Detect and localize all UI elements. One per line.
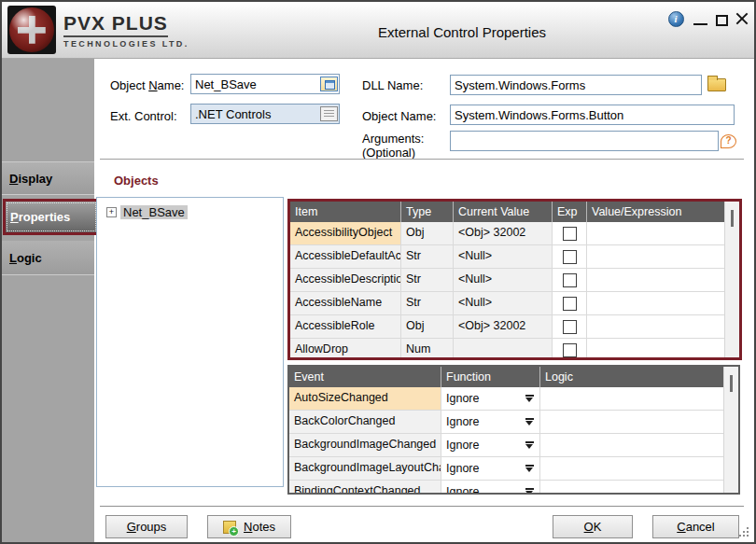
dropdown-arrow-icon (525, 488, 534, 495)
property-type-cell: Obj (400, 222, 453, 244)
property-item-cell[interactable]: AccessibleName (290, 292, 400, 314)
maximize-button[interactable] (712, 9, 731, 28)
event-name-cell[interactable]: BindingContextChanged (289, 481, 441, 495)
object-name2-input[interactable] (450, 105, 735, 125)
properties-scrollbar-thumb[interactable] (731, 210, 734, 227)
dropdown-arrow-icon (525, 465, 534, 472)
property-item-cell[interactable]: AccessibilityObject (290, 222, 400, 244)
property-value-expression-cell[interactable] (586, 269, 725, 291)
property-exp-cell (552, 315, 586, 338)
exp-checkbox[interactable] (563, 343, 577, 357)
sidebar-item-label: Logic (9, 251, 42, 265)
exp-checkbox[interactable] (563, 297, 577, 311)
notes-button[interactable]: Notes (207, 515, 291, 538)
groups-button-label: Groups (127, 520, 167, 534)
column-header-exp[interactable]: Exp (552, 202, 586, 222)
footer-separator (100, 506, 744, 507)
sidebar: Display Properties Logic (2, 59, 94, 542)
groups-button[interactable]: Groups (105, 515, 188, 538)
column-header-function[interactable]: Function (441, 367, 539, 387)
property-value-expression-cell[interactable] (586, 222, 725, 244)
exp-checkbox[interactable] (563, 320, 577, 334)
ext-control-input[interactable] (190, 104, 340, 124)
arguments-help-icon[interactable]: ? (721, 134, 736, 148)
sidebar-item-label: Display (9, 172, 52, 186)
object-name-input[interactable] (190, 74, 340, 94)
event-name-cell[interactable]: BackgroundImageChanged (289, 434, 441, 456)
exp-checkbox[interactable] (563, 273, 577, 287)
event-function-dropdown[interactable]: Ignore (441, 481, 539, 495)
dropdown-arrow-icon (525, 441, 534, 449)
logo-text: PVX PLUS TECHNOLOGIES LTD. (63, 12, 189, 49)
property-current-value-cell: <Obj> 32002 (453, 315, 552, 338)
globe-icon (9, 7, 54, 52)
event-function-dropdown[interactable]: Ignore (441, 434, 539, 456)
exp-checkbox[interactable] (563, 227, 577, 241)
property-exp-cell (552, 292, 586, 314)
column-header-value-expression[interactable]: Value/Expression (586, 202, 725, 222)
property-row: AccessibleDescription Str <Null> (290, 269, 725, 292)
info-button[interactable]: i (666, 9, 685, 28)
property-item-cell[interactable]: AccessibleRole (290, 315, 400, 338)
events-scrollbar[interactable] (723, 367, 738, 493)
event-logic-cell[interactable] (539, 434, 724, 456)
column-header-event[interactable]: Event (289, 367, 441, 387)
column-header-item[interactable]: Item (290, 202, 400, 222)
dll-folder-icon[interactable] (707, 78, 726, 91)
events-scrollbar-thumb[interactable] (730, 375, 733, 392)
event-function-dropdown[interactable]: Ignore (441, 411, 539, 433)
ext-control-list-icon[interactable] (320, 106, 338, 121)
info-icon: i (668, 11, 684, 27)
note-icon (223, 521, 236, 534)
sidebar-item-display[interactable]: Display (2, 162, 94, 194)
maximize-icon (716, 15, 728, 26)
event-name-cell[interactable]: BackgroundImageLayoutChang (289, 457, 441, 480)
arguments-label: Arguments: (362, 132, 424, 146)
property-value-expression-cell[interactable] (586, 315, 725, 338)
ext-control-label: Ext. Control: (110, 109, 177, 123)
column-header-type[interactable]: Type (400, 202, 453, 222)
close-button[interactable] (733, 9, 751, 28)
event-logic-cell[interactable] (539, 387, 724, 410)
external-control-properties-dialog: PVX PLUS TECHNOLOGIES LTD. External Cont… (0, 0, 756, 544)
function-value: Ignore (446, 481, 479, 495)
tree-expander-icon[interactable]: + (106, 207, 117, 217)
sidebar-item-label: Properties (10, 210, 70, 224)
object-name-label: Object Name: (110, 78, 184, 92)
tree-item-net-bsave[interactable]: + Net_BSave (106, 205, 283, 219)
property-item-cell[interactable]: AllowDrop (290, 339, 400, 360)
property-row: AccessibleRole Obj <Obj> 32002 (290, 315, 725, 339)
column-header-current-value[interactable]: Current Value (453, 202, 552, 222)
column-header-logic[interactable]: Logic (539, 367, 724, 387)
function-value: Ignore (446, 388, 479, 410)
sidebar-item-logic[interactable]: Logic (2, 241, 94, 274)
event-function-dropdown[interactable]: Ignore (441, 457, 539, 480)
object-name2-field-wrap (450, 105, 735, 125)
cancel-button[interactable]: Cancel (652, 515, 739, 538)
ok-button[interactable]: OK (553, 515, 633, 538)
object-browse-icon[interactable] (320, 77, 338, 91)
property-value-expression-cell[interactable] (586, 292, 725, 314)
event-logic-cell[interactable] (539, 481, 724, 495)
event-row: BindingContextChanged Ignore (289, 481, 724, 495)
sidebar-item-properties[interactable]: Properties (3, 199, 100, 235)
resize-grip[interactable] (739, 527, 750, 538)
event-name-cell[interactable]: AutoSizeChanged (289, 387, 441, 410)
property-item-cell[interactable]: AccessibleDefaultActi (290, 245, 400, 268)
event-function-dropdown[interactable]: Ignore (441, 387, 539, 410)
event-logic-cell[interactable] (539, 411, 724, 433)
property-value-expression-cell[interactable] (586, 339, 725, 360)
arguments-input[interactable] (450, 131, 719, 151)
event-logic-cell[interactable] (539, 457, 724, 480)
event-name-cell[interactable]: BackColorChanged (289, 411, 441, 433)
events-table-header: Event Function Logic (289, 367, 724, 387)
dll-name-input[interactable] (450, 75, 702, 95)
property-value-expression-cell[interactable] (586, 245, 725, 268)
properties-scrollbar[interactable] (724, 202, 739, 357)
arguments-field-wrap (450, 131, 719, 151)
dropdown-arrow-icon (525, 418, 534, 425)
exp-checkbox[interactable] (563, 250, 577, 264)
pvx-plus-logo-icon (7, 6, 56, 54)
property-item-cell[interactable]: AccessibleDescription (290, 269, 400, 291)
minimize-button[interactable] (691, 9, 709, 28)
